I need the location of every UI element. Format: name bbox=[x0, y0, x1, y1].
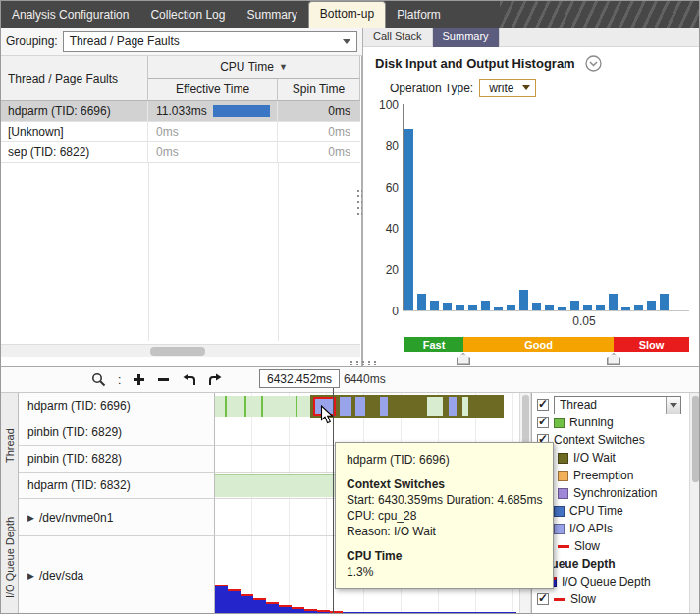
x-axis bbox=[403, 310, 689, 311]
io-api-segment bbox=[380, 397, 388, 416]
histogram-bar bbox=[583, 305, 592, 310]
tab-collection-log[interactable]: Collection Log bbox=[139, 2, 236, 28]
legend-label: Synchronization bbox=[573, 486, 657, 500]
running-checkbox[interactable] bbox=[537, 417, 549, 428]
tab-pane-summary[interactable]: Summary bbox=[433, 28, 500, 47]
row-name: hdparm (TID: 6696) bbox=[1, 101, 148, 121]
expand-row-icon[interactable]: ▶ bbox=[27, 571, 34, 581]
good-slow-threshold-handle[interactable] bbox=[607, 353, 620, 365]
preemption-swatch-icon bbox=[558, 471, 568, 481]
undo-zoom-icon[interactable] bbox=[182, 373, 196, 386]
effective-time-cell: 11.033ms bbox=[148, 101, 278, 121]
sort-descending-icon: ▼ bbox=[279, 62, 288, 72]
timeline-row-label[interactable]: pinbin (TID: 6828) bbox=[19, 446, 215, 473]
timeline-legend: Thread Running Context Switches I/O Wait bbox=[531, 393, 689, 614]
scrollbar-thumb[interactable] bbox=[692, 396, 699, 482]
queue-depth-header: Queue Depth bbox=[532, 555, 689, 573]
column-header-effective-time[interactable]: Effective Time bbox=[148, 79, 278, 101]
legend-label: Preemption bbox=[573, 469, 633, 482]
histogram-bar bbox=[456, 305, 464, 310]
io-api-segment bbox=[340, 397, 351, 416]
column-header-thread-page-faults[interactable]: Thread / Page Faults bbox=[1, 56, 148, 101]
tab-call-stack[interactable]: Call Stack bbox=[363, 28, 433, 47]
operation-type-select[interactable]: write bbox=[479, 79, 535, 97]
thread-band-checkbox[interactable] bbox=[537, 399, 549, 411]
timeline-row-label[interactable]: hdparm (TID: 6832) bbox=[19, 473, 215, 499]
table-row[interactable]: [Unknown] 0ms 0ms bbox=[1, 122, 360, 142]
histogram-bar bbox=[621, 307, 630, 310]
legend-label: I/O Queue Depth bbox=[562, 575, 651, 588]
operation-type-label: Operation Type: bbox=[390, 82, 473, 95]
effective-time-cell: 0ms bbox=[148, 142, 278, 162]
legend-label: I/O Wait bbox=[573, 451, 616, 465]
column-header-cpu-time[interactable]: CPU Time ▼ bbox=[148, 56, 360, 79]
legend-label: I/O APIs bbox=[569, 522, 613, 535]
cursor-time-label: 6432.452ms bbox=[259, 369, 340, 388]
fast-good-threshold-handle[interactable] bbox=[457, 353, 470, 365]
ruler-tick-label: 6440ms bbox=[344, 372, 386, 386]
device-name: /dev/sda bbox=[39, 569, 83, 583]
legend-label: Slow bbox=[574, 539, 600, 553]
collapse-section-icon[interactable] bbox=[585, 55, 602, 72]
timeline-toolbar: : 6432.452ms 6440ms bbox=[1, 367, 700, 393]
table-row[interactable]: hdparm (TID: 6696) 11.033ms 0ms bbox=[1, 101, 360, 122]
queue-slow-checkbox[interactable] bbox=[537, 593, 549, 605]
tab-analysis-configuration[interactable]: Analysis Configuration bbox=[1, 2, 139, 28]
timeline-row-label[interactable]: hdparm (TID: 6696) bbox=[19, 393, 215, 419]
histogram-bar bbox=[532, 303, 541, 310]
synchronization-swatch-icon bbox=[558, 488, 568, 499]
effective-time-bar bbox=[213, 105, 270, 117]
histogram-bar bbox=[519, 290, 528, 310]
histogram-bar bbox=[545, 305, 554, 310]
grouping-label: Grouping: bbox=[6, 34, 58, 48]
horizontal-splitter-handle[interactable] bbox=[349, 360, 376, 365]
cpu-time-label: CPU Time bbox=[220, 60, 274, 74]
histogram-bar bbox=[570, 301, 579, 311]
zoom-magnifier-icon[interactable] bbox=[91, 372, 106, 387]
scrollbar-thumb[interactable] bbox=[522, 395, 529, 446]
select-button[interactable] bbox=[666, 397, 680, 414]
timeline-row-label[interactable]: pinbin (TID: 6829) bbox=[19, 419, 215, 446]
y-tick-label: 60 bbox=[365, 181, 399, 195]
histogram-bar bbox=[660, 294, 669, 310]
summary-pane: Call Stack Summary Disk Input and Output… bbox=[362, 28, 700, 366]
column-header-spin-time[interactable]: Spin Time bbox=[278, 79, 360, 101]
queue-depth-step bbox=[215, 585, 228, 614]
histogram-bar bbox=[647, 301, 656, 311]
tab-summary[interactable]: Summary bbox=[236, 2, 307, 28]
timeline-row-label[interactable]: ▶ /dev/nvme0n1 bbox=[19, 499, 215, 536]
tooltip-cpu-time-value: 1.3% bbox=[347, 564, 542, 580]
threshold-slider-bar: Fast Good Slow bbox=[404, 337, 689, 352]
tooltip-cpu-time-header: CPU Time bbox=[347, 548, 542, 564]
zoom-out-icon[interactable] bbox=[157, 373, 170, 386]
histogram-bar bbox=[634, 305, 643, 310]
histogram-bar bbox=[558, 307, 566, 310]
tooltip-reason: Reason: I/O Wait bbox=[347, 524, 542, 539]
legend-label: Context Switches bbox=[554, 433, 645, 447]
thread-row-hdparm-6696-visual[interactable] bbox=[215, 393, 519, 419]
grouping-select[interactable]: Thread / Page Faults bbox=[63, 31, 357, 52]
tab-bottom-up[interactable]: Bottom-up bbox=[308, 1, 386, 28]
histogram-bars bbox=[404, 104, 687, 310]
legend-scrollbar[interactable] bbox=[689, 393, 700, 614]
histogram-bar bbox=[443, 303, 452, 310]
band-selector[interactable]: Thread bbox=[554, 396, 681, 414]
histogram-bar bbox=[404, 129, 413, 310]
scrollbar-thumb[interactable] bbox=[150, 347, 205, 356]
redo-zoom-icon[interactable] bbox=[208, 373, 223, 386]
legend-label: Running bbox=[569, 416, 614, 429]
horizontal-scrollbar[interactable] bbox=[1, 344, 360, 357]
fast-zone: Fast bbox=[404, 337, 463, 352]
band-selector-value: Thread bbox=[560, 398, 597, 412]
io-api-segment bbox=[449, 397, 457, 416]
spin-time-cell: 0ms bbox=[278, 122, 360, 141]
zoom-in-icon[interactable] bbox=[133, 373, 145, 386]
tab-platform[interactable]: Platform bbox=[386, 2, 452, 28]
running-swatch-icon bbox=[554, 418, 565, 428]
table-row[interactable]: sep (TID: 6822) 0ms 0ms bbox=[1, 142, 360, 163]
expand-row-icon[interactable]: ▶ bbox=[27, 513, 34, 523]
y-tick-label: 0 bbox=[365, 305, 399, 318]
tooltip-cpu: CPU: cpu_28 bbox=[347, 508, 542, 524]
y-axis bbox=[403, 104, 404, 310]
timeline-row-label[interactable]: ▶ /dev/sda bbox=[19, 536, 215, 614]
